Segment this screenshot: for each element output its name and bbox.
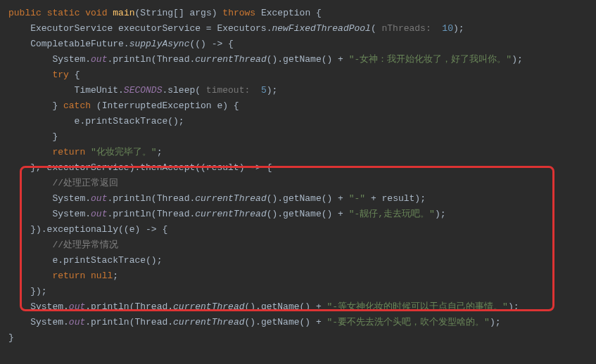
static-method: currentThread	[195, 54, 266, 65]
code-text: ;	[113, 271, 118, 281]
code-line: //处理异常情况	[0, 238, 596, 253]
keyword-try: try	[52, 70, 68, 80]
code-text: ().getName() +	[267, 193, 349, 204]
string-literal: "-女神：我开始化妆了，好了我叫你。"	[349, 54, 512, 65]
code-text: }	[8, 131, 58, 142]
code-text: });	[8, 286, 47, 297]
code-text	[85, 147, 91, 157]
code-line: System.out.println(Thread.currentThread(…	[0, 299, 596, 315]
code-line: return "化妆完毕了。";	[0, 145, 596, 160]
code-line: e.printStackTrace();	[0, 114, 596, 129]
string-literal: "化妆完毕了。"	[91, 147, 157, 157]
code-line: System.out.println(Thread.currentThread(…	[0, 191, 596, 207]
code-line: }).exceptionally((e) -> {	[0, 222, 596, 238]
code-text: }).exceptionally((e) -> {	[8, 224, 167, 235]
code-text	[85, 271, 91, 281]
code-line: CompletableFuture.supplyAsync(() -> {	[0, 37, 596, 52]
keyword-throws: throws	[222, 8, 255, 18]
static-method: currentThread	[195, 209, 266, 219]
string-literal: "-等女神化妆的时候可以干点自己的事情。"	[327, 301, 508, 312]
code-text: {	[69, 70, 80, 80]
static-field: out	[69, 301, 85, 312]
code-text: ().getName() +	[267, 209, 349, 219]
string-literal: "-靓仔,走去玩吧。"	[349, 209, 435, 219]
code-text: );	[508, 301, 519, 312]
comment: //处理异常情况	[52, 240, 118, 250]
code-line: //处理正常返回	[0, 176, 596, 191]
string-literal: "-要不先去洗个头吧，吹个发型啥的。"	[327, 317, 490, 327]
static-method: supplyAsync	[129, 39, 190, 49]
code-text: }	[8, 332, 14, 343]
code-text: );	[512, 54, 523, 65]
code-line: return null;	[0, 268, 596, 284]
static-method: currentThread	[173, 317, 244, 327]
method-name: main	[113, 8, 134, 18]
comment: //处理正常返回	[52, 178, 118, 188]
static-method: newFixedThreadPool	[272, 23, 370, 34]
code-text: (() -> {	[189, 39, 233, 49]
exception-type: Exception	[261, 8, 310, 18]
string-literal: "-"	[349, 193, 365, 204]
code-text: ().getName() +	[267, 54, 349, 65]
code-line: }, executorService).thenAccept((result) …	[0, 160, 596, 176]
code-text: System.	[8, 54, 91, 65]
code-text: System.	[8, 301, 69, 312]
keyword-null: null	[91, 271, 113, 281]
code-text: TimeUnit.	[8, 85, 124, 96]
code-text: .println(Thread.	[85, 301, 173, 312]
number-literal: 5	[255, 85, 267, 96]
keyword-return: return	[52, 147, 85, 157]
code-line: TimeUnit.SECONDS.sleep( timeout: 5);	[0, 83, 596, 98]
keyword-public: public	[8, 8, 42, 18]
keyword-static: static	[47, 8, 80, 18]
code-text: ().getName() +	[244, 301, 326, 312]
code-text: System.	[8, 209, 91, 219]
number-literal: 10	[437, 23, 453, 34]
static-method: currentThread	[195, 193, 266, 204]
code-text	[8, 178, 52, 188]
code-text: );	[267, 85, 278, 96]
keyword-return: return	[52, 271, 85, 281]
brace: {	[310, 8, 322, 18]
code-line: } catch (InterruptedException e) {	[0, 98, 596, 114]
code-line: System.out.println(Thread.currentThread(…	[0, 315, 596, 330]
code-text: e.printStackTrace();	[8, 116, 184, 126]
code-text: System.	[8, 193, 91, 204]
code-text: .println(Thread.	[107, 193, 195, 204]
code-text: );	[490, 317, 501, 327]
code-line: try {	[0, 67, 596, 83]
code-line: });	[0, 284, 596, 299]
code-text	[8, 271, 52, 281]
static-field: out	[91, 209, 107, 219]
code-text: ExecutorService executorService = Execut…	[8, 23, 272, 34]
code-line: System.out.println(Thread.currentThread(…	[0, 52, 596, 67]
code-text: }, executorService).thenAccept((result) …	[8, 162, 272, 173]
code-text	[8, 240, 52, 250]
static-field: out	[91, 54, 107, 65]
static-field: out	[69, 317, 85, 327]
static-method: currentThread	[173, 301, 244, 312]
keyword-catch: catch	[63, 100, 91, 111]
code-line: }	[0, 330, 596, 346]
params: (String[] args)	[135, 8, 217, 18]
code-text: e.printStackTrace();	[8, 255, 162, 266]
param-hint: timeout:	[206, 85, 255, 96]
keyword-void: void	[85, 8, 107, 18]
code-text	[8, 147, 52, 157]
code-text: .println(Thread.	[107, 54, 195, 65]
code-text: );	[435, 209, 446, 219]
param-hint: nThreads:	[382, 23, 437, 34]
code-text: (	[371, 23, 382, 34]
static-field: out	[91, 193, 107, 204]
code-editor[interactable]: public static void main(String[] args) t…	[0, 6, 596, 346]
code-line: ExecutorService executorService = Execut…	[0, 21, 596, 37]
code-text: .println(Thread.	[85, 317, 173, 327]
code-line: public static void main(String[] args) t…	[0, 6, 596, 21]
code-line: e.printStackTrace();	[0, 253, 596, 268]
code-text: }	[8, 100, 63, 111]
code-text: CompletableFuture.	[8, 39, 129, 49]
code-text: + result);	[365, 193, 426, 204]
code-text: ;	[157, 147, 163, 157]
code-line: System.out.println(Thread.currentThread(…	[0, 207, 596, 222]
code-text: ().getName() +	[244, 317, 326, 327]
